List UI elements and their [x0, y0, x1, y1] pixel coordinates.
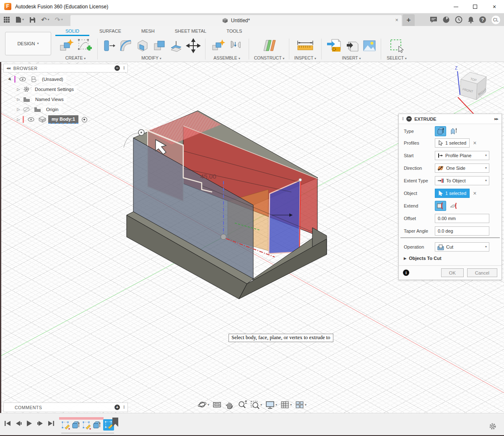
- browser-row-root[interactable]: ▶ (Unsaved): [3, 74, 128, 84]
- activate-component-radio[interactable]: [82, 117, 87, 122]
- assemble-menu[interactable]: ASSEMBLE ▾: [207, 55, 247, 60]
- timeline-track[interactable]: [61, 433, 114, 433]
- timeline-go-to-start-button[interactable]: [4, 420, 11, 426]
- timeline-sketch-feature[interactable]: [82, 421, 91, 430]
- browser-row-origin[interactable]: ▷ Origin: [3, 104, 128, 114]
- press-pull-icon[interactable]: [102, 39, 116, 53]
- visibility-off-eye-icon[interactable]: [23, 107, 30, 112]
- clear-selection-icon[interactable]: ×: [473, 190, 476, 197]
- extend-adjacent-button[interactable]: [448, 201, 459, 211]
- clear-selection-icon[interactable]: ×: [473, 140, 476, 146]
- select-icon[interactable]: [389, 38, 405, 54]
- minimize-button[interactable]: [446, 0, 465, 13]
- start-select[interactable]: Profile Plane ▾: [435, 151, 489, 160]
- type-solid-button[interactable]: [435, 126, 446, 136]
- workspace-switcher[interactable]: DESIGN ▾: [5, 32, 51, 55]
- info-icon[interactable]: i: [403, 270, 409, 276]
- expander-icon[interactable]: ▷: [16, 97, 21, 101]
- data-panel-button[interactable]: [3, 16, 10, 23]
- combine-icon[interactable]: [152, 39, 166, 53]
- notifications-bell-icon[interactable]: [468, 16, 474, 23]
- browser-row-my-body[interactable]: ▷ my Body:1: [3, 114, 128, 125]
- help-icon[interactable]: ?: [479, 16, 486, 23]
- tab-sheet-metal[interactable]: SHEET METAL: [165, 26, 216, 36]
- browser-row-named-views[interactable]: ▷ Named Views: [3, 94, 128, 104]
- new-body-icon[interactable]: [58, 38, 74, 54]
- viewports-button[interactable]: ▾: [295, 400, 307, 410]
- display-settings-button[interactable]: ▾: [265, 400, 277, 410]
- root-node-label[interactable]: (Unsaved): [39, 76, 66, 83]
- dialog-collapse-icon[interactable]: −: [406, 116, 412, 122]
- panel-grip-icon[interactable]: ‖: [123, 66, 125, 70]
- timeline-sketch-feature[interactable]: [61, 421, 70, 430]
- joint-icon[interactable]: [229, 39, 243, 53]
- modify-menu[interactable]: MODIFY ▾: [99, 55, 204, 60]
- timeline-settings-gear-icon[interactable]: [489, 423, 496, 430]
- profiles-select-button[interactable]: 1 selected: [435, 138, 470, 148]
- job-status-clock-icon[interactable]: [455, 16, 462, 23]
- user-avatar[interactable]: CL: [491, 15, 501, 25]
- create-menu[interactable]: CREATE ▾: [55, 55, 96, 60]
- ok-button[interactable]: OK: [441, 268, 464, 277]
- new-tab-button[interactable]: +: [403, 14, 415, 26]
- tree-item-label[interactable]: Document Settings: [32, 86, 77, 93]
- tab-tools[interactable]: TOOLS: [216, 26, 252, 36]
- add-comment-icon[interactable]: +: [114, 405, 120, 410]
- select-menu[interactable]: SELECT ▾: [382, 55, 411, 60]
- object-select-button[interactable]: 1 selected: [435, 189, 470, 198]
- expander-icon[interactable]: ▷: [16, 117, 21, 122]
- visibility-eye-icon[interactable]: [19, 77, 26, 82]
- dialog-header[interactable]: ‖ − EXTRUDE ▶▶: [399, 114, 501, 124]
- zoom-window-button[interactable]: ▾: [250, 400, 262, 410]
- comments-icon[interactable]: [430, 16, 437, 23]
- construct-menu[interactable]: CONSTRUCT ▾: [250, 55, 288, 60]
- visibility-eye-icon[interactable]: [28, 117, 34, 122]
- tab-mesh[interactable]: MESH: [131, 26, 165, 36]
- inspect-menu[interactable]: INSPECT ▾: [290, 55, 320, 60]
- tree-item-label[interactable]: Named Views: [32, 96, 67, 103]
- offset-input[interactable]: 0.00 mm: [435, 214, 489, 223]
- expander-icon[interactable]: ▷: [16, 107, 21, 112]
- cancel-button[interactable]: Cancel: [467, 268, 497, 277]
- dimension-label[interactable]: 45.00: [200, 173, 216, 180]
- timeline-go-to-end-button[interactable]: [48, 420, 55, 426]
- document-tab-close-icon[interactable]: ×: [395, 17, 398, 23]
- timeline-step-back-button[interactable]: [15, 420, 22, 426]
- type-thin-button[interactable]: [448, 126, 459, 136]
- timeline-extrude-feature[interactable]: [72, 421, 81, 430]
- grid-snaps-button[interactable]: ▾: [280, 400, 292, 410]
- undo-button[interactable]: ↶ ▾: [41, 16, 49, 24]
- tab-solid[interactable]: SOLID: [55, 26, 89, 36]
- document-tab[interactable]: Untitled* ×: [70, 15, 402, 26]
- insert-derive-icon[interactable]: [344, 38, 359, 53]
- tab-surface[interactable]: SURFACE: [89, 26, 131, 36]
- extensions-icon[interactable]: [442, 16, 450, 23]
- shell-icon[interactable]: [135, 39, 150, 53]
- timeline-play-button[interactable]: [26, 420, 33, 427]
- canvas-image-icon[interactable]: [362, 38, 377, 53]
- viewport-canvas[interactable]: 45.00 TOP FRONT RIGHT Z X ◀◀ BROWSER − ‖…: [0, 62, 504, 413]
- create-sketch-icon[interactable]: [77, 38, 93, 54]
- timeline-step-forward-button[interactable]: [37, 420, 44, 426]
- dialog-grip-icon[interactable]: ‖: [402, 117, 404, 121]
- taper-angle-input[interactable]: 0.0 deg: [435, 226, 489, 236]
- expander-icon[interactable]: ▷: [16, 87, 21, 91]
- origin-sphere-handle[interactable]: [221, 234, 226, 240]
- comments-bar[interactable]: COMMENTS + ‖: [3, 402, 128, 412]
- redo-button[interactable]: ↷ ▾: [55, 16, 62, 24]
- construction-plane-icon[interactable]: [260, 38, 278, 53]
- operation-select[interactable]: Cut ▾: [435, 242, 489, 252]
- pan-button[interactable]: [225, 400, 234, 410]
- browser-row-document-settings[interactable]: ▷ Document Settings: [3, 84, 128, 94]
- close-button[interactable]: ×: [485, 0, 504, 13]
- measure-icon[interactable]: [296, 39, 315, 53]
- direction-select[interactable]: One Side ▾: [435, 164, 489, 173]
- move-copy-icon[interactable]: [186, 38, 201, 53]
- file-menu-button[interactable]: ▾: [16, 16, 24, 23]
- extend-faces-button[interactable]: [435, 201, 446, 211]
- minimize-panel-icon[interactable]: −: [114, 65, 120, 71]
- maximize-button[interactable]: [465, 0, 485, 13]
- insert-svg-icon[interactable]: [326, 38, 342, 54]
- selected-body-label[interactable]: my Body:1: [48, 115, 78, 124]
- tree-item-label[interactable]: Origin: [43, 106, 61, 113]
